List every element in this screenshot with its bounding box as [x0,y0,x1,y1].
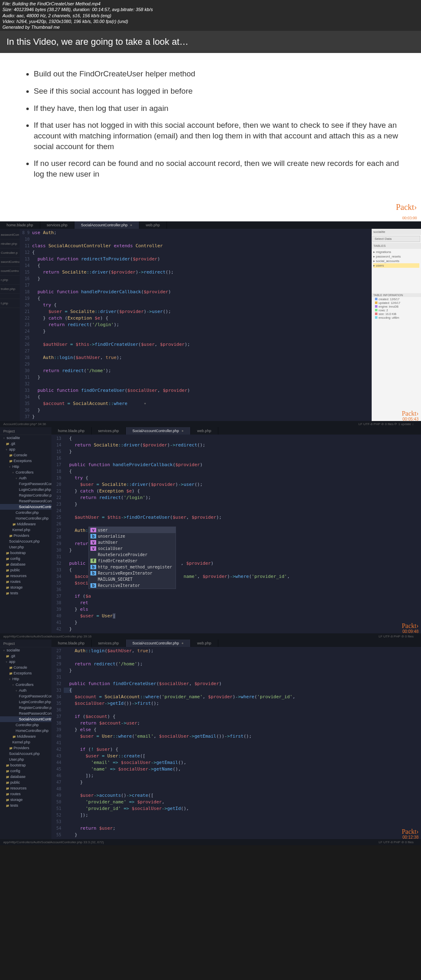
project-folder[interactable]: Exceptions [0,670,51,676]
project-folder[interactable]: Exceptions [0,458,51,464]
project-folder[interactable]: bootstrap [0,550,51,556]
autocomplete-item[interactable]: RouteServiceProvider [89,552,176,558]
project-folder[interactable]: .git [0,441,51,446]
project-folder[interactable]: Console [0,665,51,670]
autocomplete-item[interactable]: vauthUser [89,539,176,545]
slide-heading: In this Video, we are going to take a lo… [0,31,421,53]
project-folder[interactable]: Auth [0,475,51,481]
tab-close-icon[interactable]: ● [181,641,183,645]
status-right: LF UTF-8 PHP ⊘ 0 files [379,840,414,844]
project-folder[interactable]: app [0,446,51,452]
project-folder[interactable]: socialite [0,435,51,441]
project-folder[interactable]: routes [0,579,51,584]
project-folder[interactable]: tests [0,803,51,808]
project-folder[interactable]: tests [0,590,51,596]
editor-tab[interactable]: services.php [92,640,126,647]
project-file[interactable]: ForgotPasswordCon [0,693,51,699]
open-editor-item[interactable]: countContro [0,267,20,276]
editor-tab[interactable]: SocialAccountController.php● [126,640,191,647]
project-file[interactable]: Controller.php [0,722,51,728]
project-file[interactable]: HomeController.php [0,515,51,521]
project-folder[interactable]: Console [0,452,51,458]
project-file[interactable]: RegisterController.p [0,492,51,498]
project-folder[interactable]: Providers [0,745,51,751]
project-file[interactable]: SocialAccount.php [0,538,51,544]
project-file[interactable]: RegisterController.p [0,705,51,711]
project-folder[interactable]: Http [0,676,51,682]
tab-close-icon[interactable]: ● [181,429,183,433]
editor-tab[interactable]: web.php [191,427,218,435]
project-file[interactable]: Kernel.php [0,739,51,745]
project-folder[interactable]: resources [0,573,51,579]
db-table-item[interactable]: ▸ migrations [373,250,419,254]
select-database-button[interactable]: Select Data [372,236,420,242]
editor-tab[interactable]: home.blade.php [51,640,92,647]
project-folder[interactable]: Controllers [0,469,51,475]
project-folder[interactable]: bootstrap [0,762,51,768]
project-folder[interactable]: config [0,556,51,561]
project-file[interactable]: ForgotPasswordCon [0,481,51,487]
autocomplete-item[interactable]: vuser [89,527,176,533]
editor-tab[interactable]: home.blade.php [0,221,40,229]
project-folder[interactable]: Middleware [0,521,51,527]
tab-close-icon[interactable]: ● [130,223,132,227]
editor-tab[interactable]: services.php [40,221,75,229]
project-file[interactable]: User.php [0,757,51,762]
editor-tab[interactable]: services.php [92,427,126,435]
project-file[interactable]: SocialAccountContr [0,504,51,510]
open-editor-item[interactable]: swordContro [0,258,20,267]
db-table-item[interactable]: ▸ social_accounts [373,259,419,263]
project-folder[interactable]: public [0,567,51,573]
project-folder[interactable]: public [0,780,51,785]
open-editor-item[interactable]: Controller.p [0,248,20,258]
project-file[interactable]: User.php [0,544,51,550]
project-folder[interactable]: Auth [0,688,51,693]
project-file[interactable]: ResetPasswordCont [0,711,51,716]
project-file[interactable]: Controller.php [0,510,51,515]
project-folder[interactable]: socialite [0,647,51,653]
project-folder[interactable]: Http [0,464,51,469]
editor-tab[interactable]: SocialAccountController.php● [74,221,139,229]
project-folder[interactable]: Middleware [0,734,51,739]
project-folder[interactable]: routes [0,791,51,797]
code-area[interactable]: Auth::login($authUser, true); return red… [64,647,421,839]
project-file[interactable]: SocialAccount.php [0,751,51,757]
project-file[interactable]: SocialAccountContr [0,716,51,722]
code-area[interactable]: use Auth; class SocialAccountController … [32,229,372,421]
project-folder[interactable]: .git [0,653,51,659]
project-folder[interactable]: storage [0,584,51,590]
editor-tab[interactable]: web.php [139,221,167,229]
autocomplete-item[interactable]: ffindOrCreateUser [89,558,176,564]
open-editor-item[interactable]: asswordCon [0,230,20,239]
autocomplete-item[interactable]: bRecursiveIterator [89,582,176,589]
project-folder[interactable]: database [0,561,51,567]
project-folder[interactable]: resources [0,785,51,791]
project-folder[interactable]: storage [0,797,51,803]
project-file[interactable]: LoginController.php [0,487,51,492]
project-folder[interactable]: config [0,768,51,774]
project-file[interactable]: LoginController.php [0,699,51,705]
open-editor-item[interactable]: troller.php [0,285,20,294]
autocomplete-item[interactable]: bRecursiveRegexIterator [89,570,176,576]
open-editor-item[interactable] [0,294,20,299]
autocomplete-item[interactable]: bunserialize [89,533,176,539]
autocomplete-popup[interactable]: vuserbunserializevauthUservsocialUser Ro… [88,527,176,589]
db-table-item[interactable]: ▸ users [373,263,419,268]
project-folder[interactable]: app [0,659,51,665]
project-folder[interactable]: Providers [0,533,51,538]
autocomplete-item[interactable]: vsocialUser [89,545,176,552]
autocomplete-item[interactable]: MAILGUN_SECRET [89,576,176,582]
editor-tab[interactable]: home.blade.php [51,427,92,435]
open-editor-item[interactable]: ntroller.php [0,239,20,248]
project-file[interactable]: ResetPasswordCont [0,498,51,504]
autocomplete-item[interactable]: bhttp_request_method_unregister [89,564,176,570]
project-file[interactable]: HomeController.php [0,728,51,734]
project-folder[interactable]: Controllers [0,682,51,688]
open-editor-item[interactable]: r.php [0,276,20,285]
open-editor-item[interactable]: t.php [0,299,20,308]
project-folder[interactable]: database [0,774,51,780]
db-table-item[interactable]: ▸ password_resets [373,254,419,259]
project-file[interactable]: Kernel.php [0,527,51,533]
editor-tab[interactable]: web.php [191,640,218,647]
editor-tab[interactable]: SocialAccountController.php● [126,427,191,435]
